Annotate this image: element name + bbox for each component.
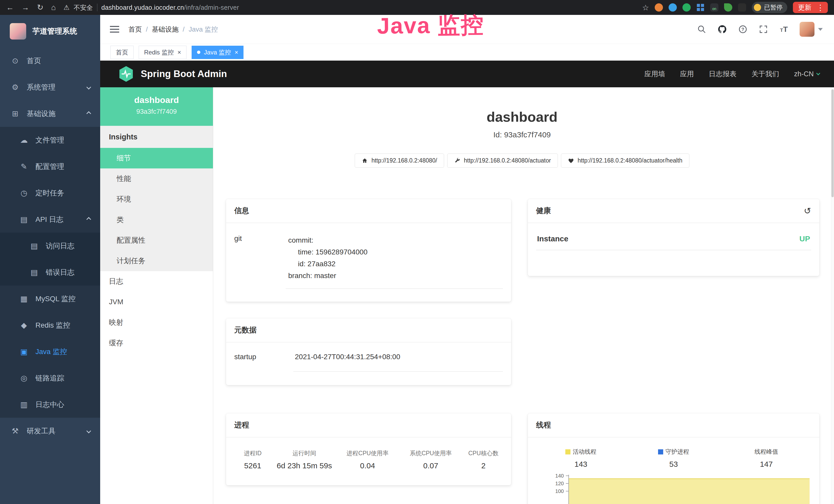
- sidebar-item-label: 系统管理: [27, 83, 56, 92]
- infrastructure-submenu: ☁ 文件管理 ✎ 配置管理 ◷ 定时任务 ▤ API 日志: [0, 127, 100, 418]
- home-icon[interactable]: ⌂: [51, 4, 56, 11]
- paused-extension-badge[interactable]: 已暂停: [752, 2, 787, 13]
- edit-icon: ✎: [19, 162, 29, 171]
- process-col-process-cpu: 进程CPU使用率: [336, 449, 399, 457]
- sba-nav-locale[interactable]: zh-CN: [794, 70, 820, 78]
- health-url-link[interactable]: http://192.168.0.2:48080/actuator/health: [561, 154, 689, 168]
- sba-menu-caches[interactable]: 缓存: [100, 333, 213, 353]
- scrollbar-thumb[interactable]: [831, 89, 834, 197]
- sidebar-item-label: 链路追踪: [36, 373, 64, 383]
- legend-peak-threads: 线程峰值 147: [720, 448, 813, 468]
- clock-icon: ◷: [19, 188, 29, 198]
- legend-value: 143: [534, 460, 627, 468]
- font-size-icon[interactable]: TT: [779, 24, 789, 34]
- tag-home[interactable]: 首页: [110, 46, 134, 59]
- github-icon[interactable]: [717, 24, 727, 34]
- system-cpu-value: 0.07: [399, 461, 462, 470]
- on-badge: on: [712, 6, 716, 12]
- extension-icon-7[interactable]: [738, 3, 746, 12]
- bookmark-star-icon[interactable]: ☆: [642, 3, 649, 12]
- sidebar-item-infrastructure[interactable]: ⊞ 基础设施: [0, 100, 100, 127]
- health-row[interactable]: Instance UP: [536, 223, 811, 250]
- hamburger-icon[interactable]: [110, 29, 119, 30]
- forward-icon[interactable]: →: [22, 4, 29, 11]
- tag-redis-monitor[interactable]: Redis 监控 ×: [139, 46, 186, 59]
- sidebar-item-file-mgmt[interactable]: ☁ 文件管理: [0, 127, 100, 153]
- sidebar-item-log-center[interactable]: ▥ 日志中心: [0, 391, 100, 418]
- security-label: 不安全: [74, 3, 93, 12]
- back-icon[interactable]: ←: [6, 4, 14, 11]
- threads-legend: 活动线程 143 守护进程 53 线程峰值 147: [528, 437, 819, 468]
- update-button[interactable]: 更新 ⋮: [793, 2, 828, 13]
- sba-nav-wall[interactable]: 应用墙: [644, 69, 665, 78]
- sba-menu-configprops[interactable]: 配置属性: [100, 230, 213, 251]
- sidebar-item-home[interactable]: ⊙ 首页: [0, 47, 100, 74]
- sidebar-item-tracing[interactable]: ◎ 链路追踪: [0, 365, 100, 391]
- chevron-up-icon: [86, 217, 91, 222]
- sidebar-item-label: 配置管理: [36, 162, 64, 171]
- app-logo[interactable]: 芋道管理系统: [0, 15, 100, 47]
- extension-icon-2[interactable]: [668, 3, 677, 12]
- sba-brand[interactable]: Spring Boot Admin: [141, 69, 227, 79]
- url-path: /infra/admin-server: [184, 4, 239, 11]
- address-bar[interactable]: ⚠ 不安全 dashboard.yudao.iocoder.cn/infra/a…: [63, 3, 239, 12]
- instance-id: 93a3fc7f7409: [100, 108, 213, 116]
- user-menu[interactable]: [799, 22, 823, 37]
- extension-icon-4[interactable]: [696, 3, 705, 12]
- sidebar-item-label: Java 监控: [36, 347, 67, 357]
- reload-icon[interactable]: ↻: [37, 4, 43, 11]
- search-icon[interactable]: [697, 24, 707, 34]
- help-icon[interactable]: ?: [738, 24, 748, 34]
- extension-icon-3[interactable]: [682, 3, 691, 12]
- extension-icon-1[interactable]: [655, 3, 663, 12]
- kebab-menu-icon[interactable]: ⋮: [815, 3, 826, 12]
- fullscreen-icon[interactable]: [759, 24, 768, 34]
- annotation-java-monitor: Java 监控: [377, 10, 484, 41]
- sba-menu-jvm[interactable]: JVM: [100, 292, 213, 312]
- service-url-link[interactable]: http://192.168.0.2:48080/: [355, 154, 444, 168]
- sba-menu-mappings[interactable]: 映射: [100, 312, 213, 333]
- divider: [97, 4, 97, 11]
- caret-down-icon: [818, 28, 823, 31]
- actuator-url-link[interactable]: http://192.168.0.2:48080/actuator: [447, 154, 558, 168]
- tag-java-monitor[interactable]: Java 监控 ×: [192, 46, 243, 59]
- link-label: http://192.168.0.2:48080/actuator/health: [578, 157, 682, 164]
- sba-nav-about[interactable]: 关于我们: [751, 69, 779, 78]
- avatar[interactable]: [799, 22, 814, 37]
- close-icon[interactable]: ×: [177, 49, 181, 55]
- sidebar-item-scheduled-jobs[interactable]: ◷ 定时任务: [0, 180, 100, 206]
- breadcrumb-infra[interactable]: 基础设施: [152, 25, 178, 34]
- breadcrumb-home[interactable]: 首页: [128, 25, 142, 34]
- sidebar-item-redis-monitor[interactable]: ◆ Redis 监控: [0, 312, 100, 338]
- sba-menu-details[interactable]: 细节: [100, 148, 213, 168]
- extension-icon-leaf[interactable]: [724, 3, 732, 12]
- sidebar-item-mysql-monitor[interactable]: ▦ MySQL 监控: [0, 285, 100, 312]
- update-label: 更新: [798, 3, 811, 12]
- git-branch-line: branch: master: [288, 270, 502, 282]
- sba-menu-environment[interactable]: 环境: [100, 189, 213, 209]
- sba-nav-journal[interactable]: 日志报表: [709, 69, 737, 78]
- extension-icon-5[interactable]: on: [710, 3, 719, 12]
- sidebar-item-dev-tools[interactable]: ⚒ 研发工具: [0, 418, 100, 444]
- sidebar-item-system-mgmt[interactable]: ⚙ 系统管理: [0, 74, 100, 100]
- sba-nav-applications[interactable]: 应用: [680, 69, 694, 78]
- y-tick-120: 120: [535, 481, 564, 486]
- scrollbar[interactable]: [831, 87, 834, 504]
- close-icon[interactable]: ×: [235, 49, 238, 55]
- instance-header[interactable]: dashboard 93a3fc7f7409: [100, 87, 213, 126]
- process-pid-value: 5261: [233, 461, 273, 470]
- sidebar-item-config-mgmt[interactable]: ✎ 配置管理: [0, 153, 100, 180]
- sba-menu-metrics[interactable]: 性能: [100, 168, 213, 189]
- sidebar-item-access-logs[interactable]: ▤ 访问日志: [0, 233, 100, 259]
- sidebar-item-error-logs[interactable]: ▤ 错误日志: [0, 259, 100, 285]
- sba-menu-classes[interactable]: 类: [100, 209, 213, 230]
- breadcrumb-separator: /: [183, 25, 184, 33]
- sidebar-item-api-logs[interactable]: ▤ API 日志: [0, 206, 100, 233]
- sba-menu-logfile[interactable]: 日志: [100, 271, 213, 292]
- process-col-system-cpu: 系统CPU使用率: [399, 449, 462, 457]
- instance-title: dashboard: [213, 109, 831, 125]
- history-icon[interactable]: ↺: [804, 206, 811, 216]
- sidebar-item-label: MySQL 监控: [36, 294, 75, 304]
- sidebar-item-java-monitor[interactable]: ▣ Java 监控: [0, 338, 100, 365]
- sba-menu-scheduled-tasks[interactable]: 计划任务: [100, 251, 213, 271]
